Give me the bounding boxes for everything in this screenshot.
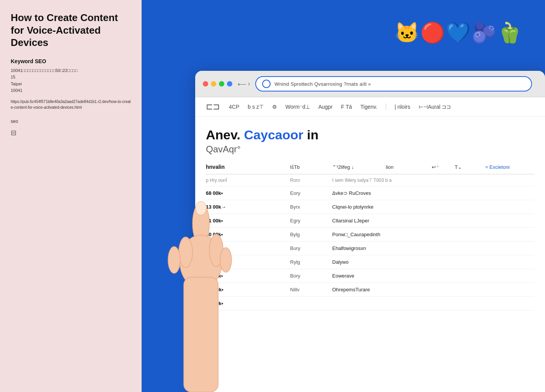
sidebar-meta-line2: 15 [11, 75, 15, 79]
nav-item-4[interactable]: Augpr [318, 104, 333, 110]
nav-items: 4CP b s z⊤ ⚙ Worm⁻d⊥ Augpr F Tā Tigenv. … [229, 103, 451, 110]
table-cell-keyword-5: Dalywo [332, 259, 534, 265]
minimize-button[interactable] [211, 81, 216, 87]
nav-item-3[interactable]: Worm⁻d⊥ [286, 104, 310, 110]
table-row[interactable]: 13 00k→ Byrx Clqnei-lo ptolynrke [206, 200, 534, 214]
nav-item-7[interactable]: | nloirs [395, 104, 410, 110]
sidebar-keyword: Keyword SEO [11, 58, 131, 64]
table-cell-vol-2: 81 00k• [206, 218, 290, 224]
page-heading-title: Anev. Caycaoor in [206, 127, 534, 142]
sidebar: How to Create Content for Voice-Activate… [0, 0, 142, 392]
table-cell-vol-5: 17 004• [206, 259, 290, 265]
heading-part1: Anev. [206, 127, 244, 142]
table-cell-keyword-2: Cllarsinal LJeper [332, 218, 534, 224]
page-content: ⊏⊐ 4CP b s z⊤ ⚙ Worm⁻d⊥ Augpr F Tā Tigen… [195, 97, 545, 392]
emoji-5: 🫑 [497, 21, 522, 44]
svg-point-3 [168, 247, 180, 273]
address-bar[interactable]: Wnind Sprottech Qvsarroxing ?rnats aítl … [255, 76, 532, 91]
table-cell-name-6: Bory [290, 273, 332, 279]
address-text[interactable]: Wnind Sprottech Qvsarroxing ?rnats aítl … [274, 81, 371, 87]
sidebar-meta-line1: 10041□□□□□□□□□□□□□50□22□□□□ [11, 68, 78, 73]
nav-arrows[interactable]: ⟵ › [238, 80, 250, 88]
table-cell-name-1: Byrx [290, 204, 332, 210]
emoji-3: 💙 [446, 21, 471, 44]
traffic-lights [203, 81, 232, 87]
table-cell-keyword-7: OhrepemsTurare [332, 287, 534, 292]
sidebar-meta: 10041□□□□□□□□□□□□□50□22□□□□ 15 Taipei 10… [11, 67, 131, 94]
table-row[interactable]: 68 00k• Eory Δvke⊃ RuCroves [206, 186, 534, 200]
table-cell-vol-1: 13 00k→ [206, 204, 290, 210]
sidebar-tag-icon: ⊟ [11, 129, 131, 137]
table-cell-vol-3: 80 00k• [206, 232, 290, 237]
nav-item-8[interactable]: ⊢⊣Aural ⊐⊐ [419, 104, 451, 110]
nav-divider [386, 103, 386, 110]
table-cell-keyword-1: Clqnei-lo ptolynrke [332, 204, 534, 210]
subheader-1: Roro [290, 178, 332, 183]
sidebar-url: https://pub-5c454f571b8e40a3a2aad27ade84… [11, 99, 131, 110]
table-cell-keyword-0: Δvke⊃ RuCroves [332, 190, 534, 196]
table-cell-vol-7: S0 00k• [206, 287, 290, 292]
extra-button[interactable] [227, 81, 232, 87]
nav-logo: ⊏⊐ [206, 102, 220, 112]
nav-item-2[interactable]: ⚙ [272, 104, 277, 110]
subheader-0: p Hry ounĪ [206, 178, 290, 183]
sidebar-meta-line4: 10041 [11, 88, 23, 93]
nav-item-5[interactable]: F Tā [341, 104, 352, 110]
table-row[interactable]: 32 00k• Bury Ehalfowigrosxn [206, 242, 534, 255]
nav-item-1[interactable]: b s z⊤ [248, 104, 264, 110]
nav-item-0[interactable]: 4CP [229, 104, 239, 110]
sidebar-title: How to Create Content for Voice-Activate… [11, 11, 131, 49]
table-col-header-0[interactable]: hnvalin [206, 164, 290, 170]
table-rows: 68 00k• Eory Δvke⊃ RuCroves 13 00k→ Byrx… [206, 186, 534, 310]
table-col-header-1[interactable]: ls̄Tb [290, 164, 332, 170]
emoji-2: 🔴 [420, 21, 445, 44]
emoji-1: 🐱 [395, 21, 419, 44]
heading-blue: Caycaoor [244, 127, 304, 142]
table-cell-name-7: Nillv [290, 287, 332, 292]
close-button[interactable] [203, 81, 208, 87]
table-col-header-2[interactable]: ⌃¹2lifeg ↓ [332, 164, 386, 170]
table-subheader: p Hry ounĪ Roro I sem IMery iudya⊤ T003 … [206, 175, 534, 186]
sidebar-meta-line3: Taipei [11, 82, 22, 86]
table-row[interactable]: 81 00k• Egry Cllarsinal LJeper [206, 214, 534, 228]
page-nav: ⊏⊐ 4CP b s z⊤ ⚙ Worm⁻d⊥ Augpr F Tā Tigen… [195, 97, 545, 117]
table-col-header-5[interactable]: T⌄ [455, 164, 485, 170]
browser-chrome: ⟵ › Wnind Sprottech Qvsarroxing ?rnats a… [195, 71, 545, 97]
table-col-header-3[interactable]: lion [386, 164, 432, 170]
sidebar-tag: seo [11, 119, 131, 124]
table-col-header-6[interactable]: ≈ Excietoni [485, 164, 531, 170]
fullscreen-button[interactable] [219, 81, 224, 87]
table-row[interactable]: 80 00k• Bylg Ponw□_Caurapedinth [206, 228, 534, 242]
table-row[interactable]: 17 004• Rylg Dalywo [206, 255, 534, 269]
svg-point-2 [179, 237, 193, 268]
table-cell-name-2: Egry [290, 218, 332, 224]
table-cell-keyword-4: Ehalfowigrosxn [332, 245, 534, 251]
table-col-header-4: ↩ ⁱ [432, 164, 455, 170]
browser-window: ⟵ › Wnind Sprottech Qvsarroxing ?rnats a… [195, 71, 545, 392]
nav-item-6[interactable]: Tigenv. [361, 104, 377, 110]
table-row[interactable]: S0 00k• Nillv OhrepemsTurare [206, 283, 534, 297]
table-cell-vol-6: 32 00k• [206, 273, 290, 279]
subheader-2: I sem IMery iudya⊤ T003 b a [332, 178, 534, 183]
table-cell-keyword-6: Eowerave [332, 273, 534, 279]
table-cell-vol-4: 32 00k• [206, 245, 290, 251]
address-circle-icon [262, 80, 271, 88]
table-row[interactable]: 32 00k• Bory Eowerave [206, 269, 534, 283]
page-heading-sub: QavAqr° [206, 144, 534, 155]
emoji-cluster: 🐱 🔴 💙 🫐 🫑 [395, 21, 522, 44]
nav-forward-icon[interactable]: › [248, 80, 250, 87]
table-cell-name-4: Bury [290, 245, 332, 251]
table-cell-name-0: Eory [290, 190, 332, 196]
table-cell-vol-8: 8F 00k• [206, 301, 290, 306]
table-cell-name-3: Bylg [290, 232, 332, 237]
table-container: hnvalin ls̄Tb ⌃¹2lifeg ↓ lion ↩ ⁱ T⌄ ≈ E… [195, 160, 545, 310]
table-header: hnvalin ls̄Tb ⌃¹2lifeg ↓ lion ↩ ⁱ T⌄ ≈ E… [206, 160, 534, 175]
nav-back-icon[interactable]: ⟵ [238, 80, 246, 88]
table-cell-keyword-3: Ponw□_Caurapedinth [332, 232, 534, 237]
main-area: 🐱 🔴 💙 🫐 🫑 ⟵ › Wnind Sprottech Qvsarroxin… [142, 0, 545, 392]
emoji-4: 🫐 [472, 21, 496, 44]
page-heading: Anev. Caycaoor in QavAqr° [195, 117, 545, 155]
table-cell-name-5: Rylg [290, 259, 332, 265]
heading-part2: in [303, 127, 318, 142]
table-row[interactable]: 8F 00k• [206, 297, 534, 310]
